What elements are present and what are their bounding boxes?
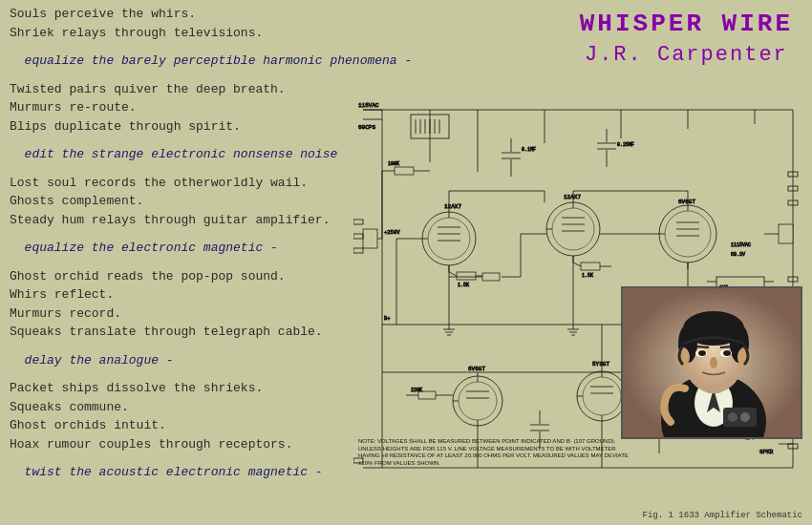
svg-text:12AX7: 12AX7 [444, 203, 461, 210]
poem-area: Souls perceive the whirs. Shriek relays … [10, 5, 373, 482]
svg-text:B+: B+ [384, 315, 391, 322]
svg-text:115VAC: 115VAC [358, 102, 379, 109]
poem-line: Hoax rumour couples through receptors. [10, 435, 373, 454]
svg-text:0.25MF: 0.25MF [617, 142, 634, 148]
poem-line: Steady hum relays through guitar amplifi… [10, 211, 373, 230]
poem-indent-line: equalize the barely perceptible harmonic… [10, 52, 373, 71]
svg-rect-167 [482, 273, 500, 281]
svg-text:6V6GT: 6V6GT [468, 366, 485, 372]
poem-line: Twisted pairs quiver the deep breath. [10, 80, 373, 99]
poem-line: Lost soul records the otherworldly wail. [10, 174, 373, 193]
svg-text:6V6GT: 6V6GT [678, 199, 695, 205]
title-area: WHISPER WIRE J.R. Carpenter [580, 10, 793, 67]
svg-text:60.3V: 60.3V [731, 252, 745, 258]
main-container: Souls perceive the whirs. Shriek relays … [0, 0, 812, 525]
svg-text:100K: 100K [388, 161, 399, 167]
svg-text:0.1MF: 0.1MF [522, 147, 536, 153]
svg-text:1.5K: 1.5K [458, 283, 469, 288]
svg-text:1.5K: 1.5K [582, 273, 593, 279]
svg-text:60CPS: 60CPS [358, 124, 375, 131]
person-photo [623, 288, 801, 437]
svg-text:1115VAC: 1115VAC [731, 242, 751, 248]
poem-line: Squeaks translate through telegraph cabl… [10, 323, 373, 342]
poem-indent-line: equalize the electronic magnetic - [10, 239, 373, 258]
svg-line-197 [720, 346, 734, 347]
main-title: WHISPER WIRE [580, 10, 793, 38]
svg-point-198 [710, 357, 717, 368]
note-text: NOTE: VOLTAGES SHALL BE MEASURED BETWEEN… [358, 438, 629, 466]
svg-rect-56 [581, 262, 600, 270]
poem-indent-line: twist the acoustic electronic magnetic - [10, 463, 373, 482]
svg-point-195 [723, 350, 731, 356]
svg-point-201 [740, 412, 750, 422]
caption-area: Fig. 1 1633 Amplifier Schematic [643, 511, 802, 520]
poem-line: Souls perceive the whirs. [10, 5, 373, 24]
svg-rect-72 [779, 224, 793, 243]
svg-point-200 [728, 412, 737, 422]
poem-line: Blips duplicate through spirit. [10, 117, 373, 136]
poem-line: Murmurs re-route. [10, 98, 373, 117]
svg-text:12AX7: 12AX7 [564, 194, 581, 200]
svg-rect-50 [395, 167, 414, 175]
svg-text:220K: 220K [411, 388, 422, 393]
svg-text:+250V: +250V [384, 229, 400, 236]
poem-indent-line: delay the analogue - [10, 351, 373, 370]
svg-text:5Y3GT: 5Y3GT [592, 361, 609, 368]
poem-line: Squeaks commune. [10, 398, 373, 417]
poem-line: Whirs reflect. [10, 285, 373, 304]
svg-rect-70 [363, 229, 377, 248]
svg-line-196 [695, 346, 709, 347]
note-area: NOTE: VOLTAGES SHALL BE MEASURED BETWEEN… [358, 438, 630, 468]
poem-indent-line: edit the strange electronic nonsense noi… [10, 145, 373, 164]
poem-line: Ghost orchid reads the pop-pop sound. [10, 267, 373, 286]
svg-point-194 [698, 350, 706, 356]
author-title: J.R. Carpenter [580, 43, 793, 67]
svg-rect-53 [457, 272, 476, 280]
poem-line: Ghost orchids intuit. [10, 416, 373, 435]
photo-area [621, 286, 802, 439]
poem-line: Murmurs record. [10, 304, 373, 324]
poem-line: Packet ships dissolve the shrieks. [10, 379, 373, 398]
fig-caption: Fig. 1 1633 Amplifier Schematic [643, 511, 802, 520]
svg-text:SPKR: SPKR [759, 449, 774, 455]
poem-line: Ghosts complement. [10, 192, 373, 211]
poem-line: Shriek relays through televisions. [10, 24, 373, 43]
